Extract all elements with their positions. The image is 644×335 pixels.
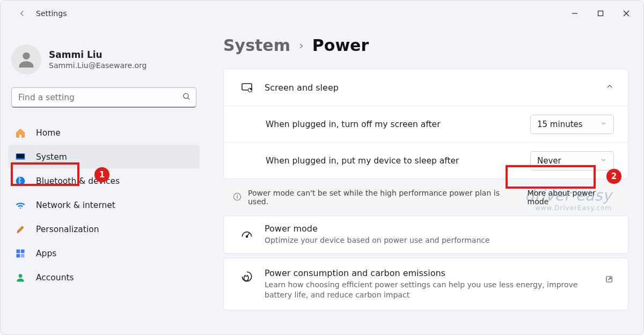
breadcrumb-current: Power: [312, 36, 369, 55]
info-icon: [233, 192, 241, 203]
sidebar-item-label: Home: [36, 128, 61, 138]
settings-window: Settings Sammi Liu Sammi.Liu@Easeware.o: [0, 0, 644, 335]
wifi-icon: [14, 199, 26, 211]
system-icon: [14, 151, 26, 163]
svg-point-4: [23, 53, 30, 59]
profile-name: Sammi Liu: [49, 49, 147, 60]
back-arrow-icon: [17, 9, 27, 18]
sidebar-item-label: System: [36, 152, 67, 162]
apps-icon: [14, 248, 26, 259]
screen-off-label: When plugged in, turn off my screen afte…: [266, 120, 441, 129]
sleep-after-row: When plugged in, put my device to sleep …: [224, 142, 628, 178]
sidebar-item-network[interactable]: Network & internet: [8, 193, 200, 217]
profile-email: Sammi.Liu@Easeware.org: [49, 61, 147, 70]
svg-point-14: [19, 274, 23, 278]
screen-off-value: 15 minutes: [537, 120, 583, 129]
bluetooth-icon: [14, 175, 26, 187]
sidebar-item-label: Apps: [36, 249, 56, 258]
main-content: System › Power Screen and sleep Wh: [207, 26, 643, 334]
power-mode-row[interactable]: Power mode Optimize your device based on…: [224, 216, 628, 253]
sidebar-item-personalization[interactable]: Personalization: [8, 217, 200, 241]
sidebar-item-label: Accounts: [36, 273, 74, 282]
home-icon: [14, 127, 26, 139]
search-icon: [182, 92, 191, 103]
chevron-right-icon: ›: [299, 39, 304, 52]
screen-sleep-card: Screen and sleep When plugged in, turn o…: [223, 69, 628, 179]
carbon-sub: Learn how choosing efficient power setti…: [265, 280, 596, 300]
sleep-after-dropdown[interactable]: Never: [530, 151, 614, 170]
chevron-down-icon: [600, 120, 607, 129]
sidebar-item-home[interactable]: Home: [8, 121, 200, 145]
maximize-icon: [597, 10, 604, 17]
screen-sleep-icon: [238, 81, 256, 94]
carbon-row[interactable]: Power consumption and carbon emissions L…: [224, 258, 628, 310]
screen-off-dropdown[interactable]: 15 minutes: [530, 115, 614, 134]
sidebar-item-apps[interactable]: Apps: [8, 241, 200, 265]
svg-rect-11: [21, 249, 25, 253]
carbon-card: Power consumption and carbon emissions L…: [223, 258, 628, 310]
svg-point-5: [184, 93, 188, 98]
chevron-up-icon: [605, 82, 614, 93]
nav-list: Home System Bluetooth & devices Network …: [8, 121, 200, 289]
maximize-button[interactable]: [588, 3, 613, 24]
search-box: [11, 87, 196, 108]
annotation-badge-2: 2: [606, 169, 621, 184]
sidebar-item-label: Personalization: [36, 225, 99, 234]
svg-rect-1: [598, 11, 603, 16]
svg-rect-13: [21, 254, 25, 257]
accounts-icon: [14, 272, 26, 284]
minimize-icon: [572, 10, 578, 17]
breadcrumb: System › Power: [223, 36, 628, 55]
screen-sleep-header[interactable]: Screen and sleep: [224, 69, 628, 106]
infobar-more-link[interactable]: More about power mode: [528, 189, 619, 206]
chevron-down-icon: [600, 156, 607, 166]
titlebar: Settings: [1, 1, 643, 26]
window-controls: [562, 3, 639, 24]
search-input[interactable]: [11, 87, 196, 108]
svg-rect-8: [17, 154, 25, 158]
close-button[interactable]: [613, 3, 639, 24]
power-mode-card: Power mode Optimize your device based on…: [223, 215, 628, 254]
power-mode-title: Power mode: [265, 224, 490, 234]
popout-icon[interactable]: [596, 268, 614, 286]
svg-point-21: [246, 236, 247, 237]
close-icon: [623, 10, 630, 17]
sleep-after-label: When plugged in, put my device to sleep …: [266, 156, 459, 166]
sidebar-item-accounts[interactable]: Accounts: [8, 265, 200, 289]
back-button[interactable]: [11, 3, 33, 24]
svg-rect-18: [237, 196, 237, 198]
screen-sleep-title: Screen and sleep: [265, 83, 339, 93]
svg-rect-12: [17, 254, 20, 257]
brush-icon: [14, 224, 26, 235]
annotation-badge-1: 1: [94, 167, 109, 182]
minimize-button[interactable]: [562, 3, 588, 24]
sleep-after-value: Never: [537, 156, 561, 166]
power-mode-sub: Optimize your device based on power use …: [265, 235, 490, 245]
infobar-text: Power mode can't be set while the high p…: [248, 189, 521, 206]
person-icon: [16, 49, 37, 70]
screen-off-row: When plugged in, turn off my screen afte…: [224, 106, 628, 142]
svg-rect-19: [237, 195, 237, 195]
svg-line-6: [188, 98, 189, 99]
power-mode-infobar: Power mode can't be set while the high p…: [223, 183, 628, 211]
profile-block[interactable]: Sammi Liu Sammi.Liu@Easeware.org: [8, 39, 200, 83]
gauge-icon: [238, 227, 256, 241]
app-title: Settings: [36, 9, 67, 18]
svg-rect-10: [17, 249, 20, 253]
leaf-icon: [238, 268, 256, 284]
sidebar-item-system[interactable]: System: [8, 145, 200, 169]
breadcrumb-parent[interactable]: System: [223, 36, 290, 55]
carbon-title: Power consumption and carbon emissions: [265, 268, 596, 278]
avatar: [11, 44, 41, 75]
sidebar-item-label: Network & internet: [36, 200, 115, 210]
